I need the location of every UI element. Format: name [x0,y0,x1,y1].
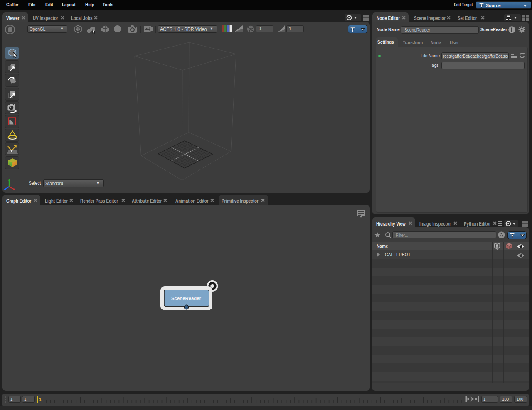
svg-text:1: 1 [39,397,42,402]
svg-text:SceneReader: SceneReader [171,296,202,301]
svg-text:Source: Source [486,3,501,8]
